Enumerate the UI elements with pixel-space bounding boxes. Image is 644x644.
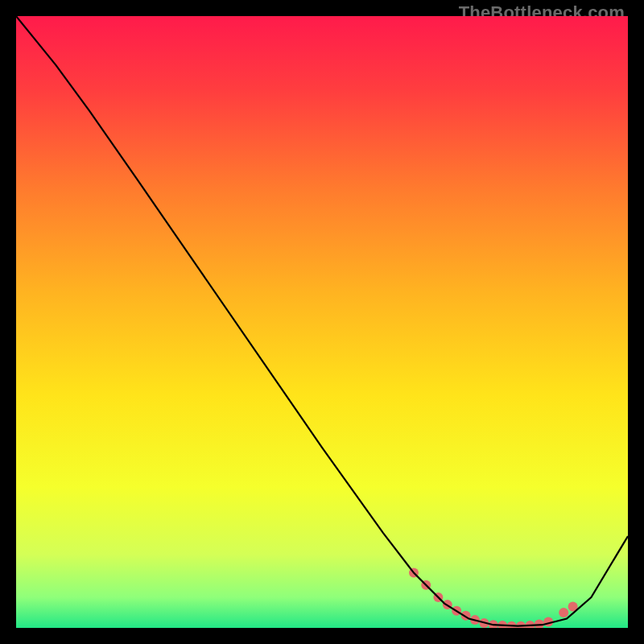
marker-dot	[535, 619, 544, 628]
curve-layer	[16, 16, 628, 628]
chart-stage: TheBottleneck.com	[0, 0, 644, 644]
marker-dots	[409, 568, 578, 628]
marker-dot	[559, 608, 568, 617]
bottleneck-curve	[16, 16, 628, 626]
marker-dot	[507, 621, 517, 628]
marker-dot	[525, 621, 535, 628]
plot-area	[16, 16, 628, 628]
